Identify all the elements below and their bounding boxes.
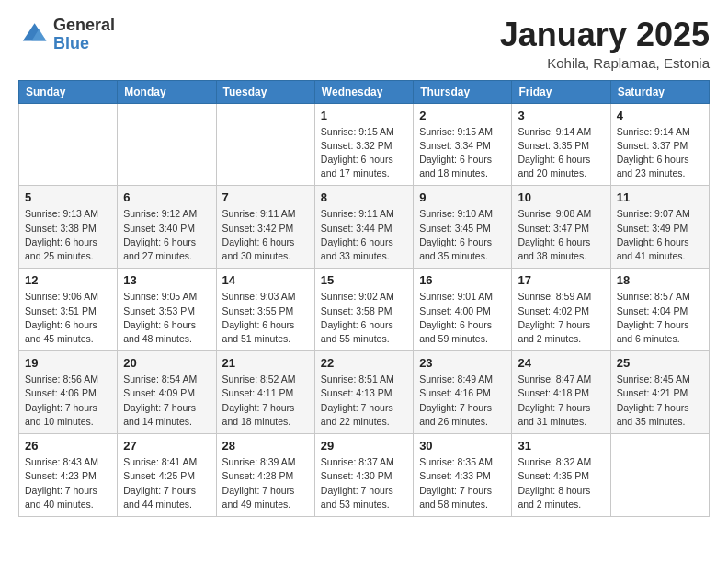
day-cell: 29Sunrise: 8:37 AM Sunset: 4:30 PM Dayli… — [314, 434, 413, 517]
day-cell: 5Sunrise: 9:13 AM Sunset: 3:38 PM Daylig… — [19, 186, 118, 269]
day-number: 14 — [222, 273, 309, 287]
day-info: Sunrise: 9:08 AM Sunset: 3:47 PM Dayligh… — [518, 207, 604, 263]
day-cell: 18Sunrise: 8:57 AM Sunset: 4:04 PM Dayli… — [610, 269, 709, 351]
day-number: 12 — [25, 273, 111, 287]
day-cell: 1Sunrise: 9:15 AM Sunset: 3:32 PM Daylig… — [314, 103, 413, 186]
day-number: 19 — [25, 356, 111, 370]
calendar-title: January 2025 — [500, 17, 710, 53]
weekday-header-monday: Monday — [118, 80, 216, 103]
day-info: Sunrise: 8:39 AM Sunset: 4:28 PM Dayligh… — [222, 455, 309, 511]
calendar-table: SundayMondayTuesdayWednesdayThursdayFrid… — [18, 80, 710, 517]
day-number: 2 — [419, 109, 506, 122]
day-info: Sunrise: 9:02 AM Sunset: 3:58 PM Dayligh… — [321, 290, 407, 346]
day-cell: 31Sunrise: 8:32 AM Sunset: 4:35 PM Dayli… — [512, 434, 610, 517]
day-info: Sunrise: 9:01 AM Sunset: 4:00 PM Dayligh… — [419, 290, 506, 346]
day-info: Sunrise: 9:15 AM Sunset: 3:32 PM Dayligh… — [321, 125, 407, 181]
day-number: 4 — [617, 109, 703, 122]
day-info: Sunrise: 9:10 AM Sunset: 3:45 PM Dayligh… — [419, 207, 506, 263]
day-number: 26 — [25, 439, 111, 453]
day-cell: 22Sunrise: 8:51 AM Sunset: 4:13 PM Dayli… — [314, 351, 413, 434]
day-cell: 26Sunrise: 8:43 AM Sunset: 4:23 PM Dayli… — [19, 434, 118, 517]
day-info: Sunrise: 8:51 AM Sunset: 4:13 PM Dayligh… — [321, 373, 407, 429]
day-cell: 24Sunrise: 8:47 AM Sunset: 4:18 PM Dayli… — [512, 351, 610, 434]
day-info: Sunrise: 8:35 AM Sunset: 4:33 PM Dayligh… — [419, 455, 506, 511]
day-cell: 2Sunrise: 9:15 AM Sunset: 3:34 PM Daylig… — [414, 103, 512, 186]
day-info: Sunrise: 8:32 AM Sunset: 4:35 PM Dayligh… — [518, 455, 604, 511]
day-cell: 4Sunrise: 9:14 AM Sunset: 3:37 PM Daylig… — [610, 103, 709, 186]
day-info: Sunrise: 8:54 AM Sunset: 4:09 PM Dayligh… — [123, 373, 210, 429]
day-cell: 6Sunrise: 9:12 AM Sunset: 3:40 PM Daylig… — [118, 186, 216, 269]
day-info: Sunrise: 8:57 AM Sunset: 4:04 PM Dayligh… — [617, 290, 703, 346]
day-cell: 13Sunrise: 9:05 AM Sunset: 3:53 PM Dayli… — [118, 269, 216, 351]
day-cell — [118, 103, 216, 186]
day-info: Sunrise: 8:37 AM Sunset: 4:30 PM Dayligh… — [321, 455, 407, 511]
day-number: 25 — [617, 356, 703, 370]
day-cell — [610, 434, 709, 517]
day-cell: 30Sunrise: 8:35 AM Sunset: 4:33 PM Dayli… — [414, 434, 512, 517]
day-cell: 19Sunrise: 8:56 AM Sunset: 4:06 PM Dayli… — [19, 351, 118, 434]
day-cell: 21Sunrise: 8:52 AM Sunset: 4:11 PM Dayli… — [216, 351, 314, 434]
day-number: 10 — [518, 190, 604, 204]
day-info: Sunrise: 9:05 AM Sunset: 3:53 PM Dayligh… — [123, 290, 210, 346]
day-info: Sunrise: 9:15 AM Sunset: 3:34 PM Dayligh… — [419, 125, 506, 181]
day-cell: 9Sunrise: 9:10 AM Sunset: 3:45 PM Daylig… — [414, 186, 512, 269]
weekday-header-tuesday: Tuesday — [216, 80, 314, 103]
weekday-header-saturday: Saturday — [610, 80, 709, 103]
day-number: 24 — [518, 356, 604, 370]
title-block: January 2025 Kohila, Raplamaa, Estonia — [500, 17, 710, 71]
day-info: Sunrise: 9:12 AM Sunset: 3:40 PM Dayligh… — [123, 207, 210, 263]
day-info: Sunrise: 9:11 AM Sunset: 3:44 PM Dayligh… — [321, 207, 407, 263]
logo-blue: Blue — [53, 35, 115, 53]
day-info: Sunrise: 9:14 AM Sunset: 3:37 PM Dayligh… — [617, 125, 703, 181]
day-number: 23 — [419, 356, 506, 370]
day-info: Sunrise: 9:14 AM Sunset: 3:35 PM Dayligh… — [518, 125, 604, 181]
logo-text: General Blue — [53, 17, 115, 53]
day-cell — [216, 103, 314, 186]
header: General Blue January 2025 Kohila, Raplam… — [18, 17, 710, 71]
page: General Blue January 2025 Kohila, Raplam… — [0, 0, 728, 563]
day-number: 3 — [518, 109, 604, 122]
day-cell: 10Sunrise: 9:08 AM Sunset: 3:47 PM Dayli… — [512, 186, 610, 269]
day-info: Sunrise: 9:13 AM Sunset: 3:38 PM Dayligh… — [25, 207, 111, 263]
weekday-header-wednesday: Wednesday — [314, 80, 413, 103]
day-info: Sunrise: 8:45 AM Sunset: 4:21 PM Dayligh… — [617, 373, 703, 429]
day-number: 21 — [222, 356, 309, 370]
day-number: 16 — [419, 273, 506, 287]
day-number: 17 — [518, 273, 604, 287]
day-info: Sunrise: 9:03 AM Sunset: 3:55 PM Dayligh… — [222, 290, 309, 346]
day-number: 6 — [123, 190, 210, 204]
day-number: 13 — [123, 273, 210, 287]
day-number: 9 — [419, 190, 506, 204]
day-info: Sunrise: 8:43 AM Sunset: 4:23 PM Dayligh… — [25, 455, 111, 511]
day-cell: 20Sunrise: 8:54 AM Sunset: 4:09 PM Dayli… — [118, 351, 216, 434]
weekday-header-sunday: Sunday — [19, 80, 118, 103]
week-row-1: 1Sunrise: 9:15 AM Sunset: 3:32 PM Daylig… — [19, 103, 710, 186]
day-info: Sunrise: 8:59 AM Sunset: 4:02 PM Dayligh… — [518, 290, 604, 346]
week-row-2: 5Sunrise: 9:13 AM Sunset: 3:38 PM Daylig… — [19, 186, 710, 269]
day-info: Sunrise: 9:07 AM Sunset: 3:49 PM Dayligh… — [617, 207, 703, 263]
day-cell: 28Sunrise: 8:39 AM Sunset: 4:28 PM Dayli… — [216, 434, 314, 517]
day-info: Sunrise: 8:41 AM Sunset: 4:25 PM Dayligh… — [123, 455, 210, 511]
day-number: 5 — [25, 190, 111, 204]
day-number: 20 — [123, 356, 210, 370]
day-cell: 14Sunrise: 9:03 AM Sunset: 3:55 PM Dayli… — [216, 269, 314, 351]
day-cell: 8Sunrise: 9:11 AM Sunset: 3:44 PM Daylig… — [314, 186, 413, 269]
day-number: 30 — [419, 439, 506, 453]
week-row-3: 12Sunrise: 9:06 AM Sunset: 3:51 PM Dayli… — [19, 269, 710, 351]
day-cell: 3Sunrise: 9:14 AM Sunset: 3:35 PM Daylig… — [512, 103, 610, 186]
day-cell: 17Sunrise: 8:59 AM Sunset: 4:02 PM Dayli… — [512, 269, 610, 351]
day-number: 1 — [321, 109, 407, 122]
day-number: 22 — [321, 356, 407, 370]
day-number: 8 — [321, 190, 407, 204]
day-number: 29 — [321, 439, 407, 453]
logo-general: General — [53, 17, 115, 35]
day-info: Sunrise: 8:56 AM Sunset: 4:06 PM Dayligh… — [25, 373, 111, 429]
day-number: 15 — [321, 273, 407, 287]
day-number: 31 — [518, 439, 604, 453]
week-row-4: 19Sunrise: 8:56 AM Sunset: 4:06 PM Dayli… — [19, 351, 710, 434]
logo-icon — [18, 20, 48, 50]
day-number: 28 — [222, 439, 309, 453]
day-number: 11 — [617, 190, 703, 204]
logo: General Blue — [18, 17, 115, 53]
day-cell: 25Sunrise: 8:45 AM Sunset: 4:21 PM Dayli… — [610, 351, 709, 434]
